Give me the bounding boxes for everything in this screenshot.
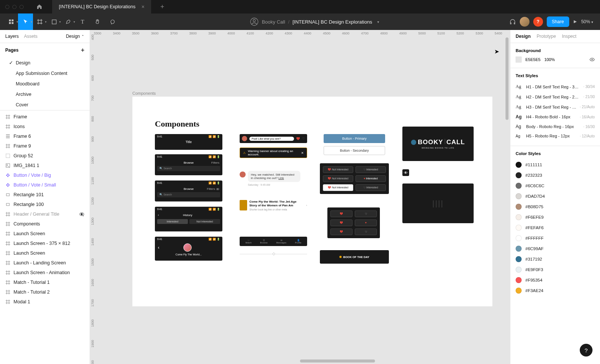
- scrollbar-thumb[interactable]: [300, 360, 375, 363]
- color-style-item[interactable]: #F3AE24: [516, 285, 595, 296]
- chevron-down-icon[interactable]: ▾: [377, 20, 379, 24]
- color-style-item[interactable]: #B08D75: [516, 201, 595, 212]
- text-style-item[interactable]: AgH2 - DM Serif Text Reg - 2…· 21/30: [516, 92, 595, 102]
- breadcrumb[interactable]: Booky Call / [INTERNAL] BC Design Explor…: [120, 17, 509, 26]
- team-name[interactable]: Booky Call: [262, 19, 285, 25]
- color-style-item[interactable]: #6C99AF: [516, 243, 595, 254]
- comment-tool[interactable]: [105, 13, 120, 30]
- page-selector[interactable]: Design⌃: [66, 34, 84, 39]
- logo-dark: BOOKYCALL BRINGING BOOKS TO LIFE: [402, 127, 474, 161]
- visibility-toggle-icon[interactable]: [590, 57, 595, 62]
- tab-title: [INTERNAL] BC Design Explorations: [59, 4, 135, 9]
- horizontal-scrollbar[interactable]: [98, 359, 502, 363]
- close-window[interactable]: [5, 5, 9, 9]
- color-style-item[interactable]: #E9F0F3: [516, 264, 595, 275]
- button-secondary: Button - Secondary: [324, 146, 385, 155]
- vertical-scrollbar[interactable]: [505, 37, 509, 357]
- close-tab-icon[interactable]: ×: [141, 4, 144, 10]
- toolbar: ▾ ▾ ▾ ▾ ▾ T Booky Call / [INTERNAL] BC D…: [0, 13, 600, 30]
- layer-item[interactable]: Match - Tutorial 2: [0, 287, 90, 297]
- vote-buttons-large: 💔 Not Interested ♡ Interested 💔 Not Inte…: [320, 163, 389, 194]
- svg-rect-10: [6, 194, 9, 196]
- layer-item[interactable]: Button / Vote / Big: [0, 170, 90, 180]
- color-style-item[interactable]: #DAD7D4: [516, 191, 595, 201]
- right-panel: Design Prototype Inspect Background E5E5…: [510, 30, 600, 364]
- add-page-button[interactable]: +: [81, 47, 84, 54]
- layer-item[interactable]: Header / General Title👁‍🗨: [0, 209, 90, 219]
- new-tab-button[interactable]: +: [160, 3, 164, 11]
- notification-badge[interactable]: ?: [533, 17, 543, 27]
- headphones-icon[interactable]: [509, 18, 516, 25]
- frame-label[interactable]: Components: [132, 91, 156, 95]
- svg-point-9: [7, 164, 8, 165]
- zoom-level[interactable]: 50% ▾: [581, 19, 593, 24]
- prototype-tab[interactable]: Prototype: [537, 34, 556, 39]
- layer-item[interactable]: Icons: [0, 122, 90, 131]
- color-style-item[interactable]: #FEFAF6: [516, 222, 595, 233]
- text-tool[interactable]: T: [75, 13, 90, 30]
- page-item[interactable]: ✓Design: [0, 57, 90, 68]
- help-button[interactable]: ?: [580, 344, 592, 357]
- color-style-item[interactable]: #232323: [516, 170, 595, 181]
- layer-item[interactable]: Match - Tutorial 1: [0, 277, 90, 287]
- color-style-item[interactable]: #111111: [516, 160, 595, 170]
- file-name[interactable]: [INTERNAL] BC Design Explorations: [292, 19, 372, 25]
- text-style-item[interactable]: AgH1 - DM Serif Text Reg - 3…· 30/34: [516, 82, 595, 92]
- text-style-item[interactable]: AgBody - Roboto Reg - 16px· 16/30: [516, 122, 595, 131]
- components-frame[interactable]: Components 9:41📶 📶 🔋 Title 9:41📶 📶 🔋 Bro…: [132, 97, 492, 306]
- toolbar-tools: ▾ ▾ ▾ ▾ ▾ T: [0, 13, 120, 30]
- layer-item[interactable]: Launch Screen - 375 × 812: [0, 239, 90, 248]
- text-style-item[interactable]: AgH3 - DM Serif Text Reg - …· 21/Auto: [516, 102, 595, 112]
- color-style-item[interactable]: #317192: [516, 254, 595, 264]
- window-controls[interactable]: [5, 5, 24, 9]
- file-tab[interactable]: [INTERNAL] BC Design Explorations ×: [52, 0, 151, 13]
- page-item[interactable]: App Submission Content: [0, 68, 90, 79]
- page-item[interactable]: Archive: [0, 89, 90, 100]
- home-button[interactable]: [35, 2, 44, 11]
- page-item[interactable]: Moodboard: [0, 79, 90, 89]
- color-style-item[interactable]: #FFFFFF: [516, 233, 595, 243]
- header-profile: 9:41📶 📶 🔋 ‹ Come Fly The World...: [155, 237, 222, 261]
- minimize-window[interactable]: [12, 5, 16, 9]
- text-style-item[interactable]: AgH5 - Roboto Reg - 12px· 12/Auto: [516, 131, 595, 140]
- svg-rect-3: [12, 22, 14, 24]
- assets-tab[interactable]: Assets: [24, 34, 38, 39]
- layer-item[interactable]: Frame: [0, 112, 90, 122]
- user-avatar[interactable]: [520, 17, 530, 27]
- layer-item[interactable]: IMG_1841 1: [0, 161, 90, 170]
- color-style-item[interactable]: #F6EFE9: [516, 212, 595, 222]
- text-style-item[interactable]: AgH4 - Roboto Bold - 16px· 16/Auto: [516, 112, 595, 122]
- hidden-icon[interactable]: 👁‍🗨: [79, 212, 84, 217]
- layer-item[interactable]: Launch Screen - Animation: [0, 268, 90, 277]
- bg-opacity[interactable]: 100%: [544, 57, 555, 62]
- hand-tool[interactable]: [90, 13, 105, 30]
- color-style-item[interactable]: #6C6C6C: [516, 181, 595, 191]
- bookmark-icon-component: 👁: [402, 169, 409, 176]
- close-icon[interactable]: ✕: [301, 151, 304, 155]
- layer-item[interactable]: Frame 6: [0, 131, 90, 141]
- layers-tab[interactable]: Layers: [5, 34, 19, 39]
- layer-item[interactable]: Components: [0, 219, 90, 229]
- background-label: Background: [516, 48, 595, 53]
- layer-item[interactable]: Rectangle 101: [0, 190, 90, 200]
- share-button[interactable]: Share: [547, 16, 569, 27]
- toolbar-right: ? Share 50% ▾: [509, 16, 600, 27]
- layer-item[interactable]: Launch - Landing Screen: [0, 258, 90, 268]
- bg-hex[interactable]: E5E5E5: [525, 57, 540, 62]
- layer-item[interactable]: Button / Vote / Small: [0, 180, 90, 190]
- layer-item[interactable]: Group 52: [0, 151, 90, 161]
- layer-item[interactable]: Rectangle 100: [0, 200, 90, 209]
- color-style-item[interactable]: #F95354: [516, 275, 595, 285]
- canvas[interactable]: 3300340035003600370038003900400041004200…: [90, 30, 510, 364]
- present-icon[interactable]: [573, 19, 578, 24]
- maximize-window[interactable]: [20, 5, 24, 9]
- layer-item[interactable]: Launch Screen: [0, 248, 90, 258]
- inspect-tab[interactable]: Inspect: [562, 34, 576, 39]
- page-item[interactable]: Cover: [0, 100, 90, 110]
- layer-item[interactable]: Modal 1: [0, 297, 90, 307]
- layer-item[interactable]: Launch Screen: [0, 229, 90, 239]
- bg-swatch[interactable]: [516, 57, 522, 63]
- design-tab[interactable]: Design: [516, 34, 531, 39]
- layer-item[interactable]: Frame 9: [0, 141, 90, 151]
- scrollbar-thumb[interactable]: [506, 37, 508, 120]
